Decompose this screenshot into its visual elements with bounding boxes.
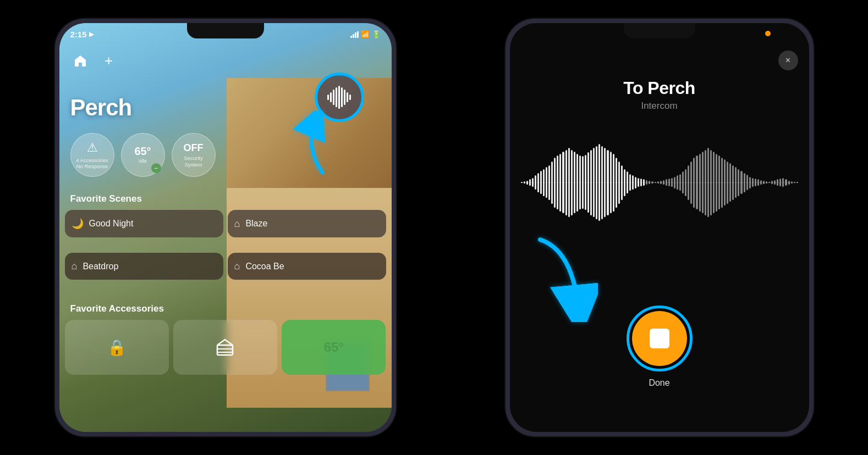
status-icons: 📶 🔋	[350, 30, 381, 38]
status-bar: 2:15 ▶ 📶 🔋	[70, 30, 381, 39]
accessories-no-response-label: 4 AccessoriesNo Response	[76, 157, 108, 170]
left-screen: 2:15 ▶ 📶 🔋 +	[59, 23, 392, 432]
blaze-scene-button[interactable]: ⌂ Blaze	[228, 210, 386, 237]
home-nav-icon[interactable]	[70, 51, 90, 70]
left-phone: 2:15 ▶ 📶 🔋 +	[55, 19, 396, 436]
status-widgets: ⚠ 4 AccessoriesNo Response 65° Idle − OF…	[70, 133, 216, 177]
signal-icon	[350, 31, 359, 38]
home-header: +	[70, 51, 381, 70]
stop-icon	[650, 329, 669, 348]
favorite-accessories-label: Favorite Accessories	[70, 303, 164, 314]
thermostat-temp: 65°	[324, 340, 344, 355]
arrow-indicator-right	[526, 234, 598, 322]
favorite-scenes-label: Favorite Scenes	[70, 193, 142, 204]
location-arrow-icon: ▶	[89, 31, 94, 38]
garage-icon	[215, 337, 235, 357]
waveform-baseline	[521, 182, 798, 183]
wifi-icon: 📶	[361, 30, 370, 38]
to-perch-title: To Perch	[510, 78, 809, 98]
right-phone: × To Perch Intercom	[506, 19, 814, 436]
security-off-label: OFF	[184, 142, 204, 154]
accessories-row: 🔒 65°	[65, 320, 386, 375]
temperature-value: 65°	[134, 146, 151, 157]
idle-label: Idle	[139, 158, 147, 164]
close-icon: ×	[785, 56, 790, 65]
scenes-row-2: ⌂ Beatdrop ⌂ Cocoa Be	[65, 253, 386, 280]
scenes-row-1: 🌙 Good Night ⌂ Blaze	[65, 210, 386, 237]
blaze-label: Blaze	[245, 219, 267, 229]
accessories-alert-widget[interactable]: ⚠ 4 AccessoriesNo Response	[70, 133, 114, 177]
voice-waveform-icon	[327, 86, 351, 109]
close-button[interactable]: ×	[778, 51, 798, 70]
cocoa-scene-button[interactable]: ⌂ Cocoa Be	[228, 253, 386, 280]
time-display: 2:15 ▶	[70, 30, 94, 39]
good-night-label: Good Night	[89, 219, 134, 229]
security-widget[interactable]: OFF SecuritySystem	[172, 133, 216, 177]
moon-icon: 🌙	[72, 218, 84, 230]
done-label: Done	[649, 378, 669, 388]
time-text: 2:15	[70, 30, 87, 39]
intercom-title-area: To Perch Intercom	[510, 78, 809, 112]
home-beatdrop-icon: ⌂	[72, 260, 78, 272]
camera-active-indicator	[765, 31, 771, 36]
svg-rect-1	[217, 345, 233, 355]
cocoa-be-label: Cocoa Be	[245, 262, 284, 271]
beatdrop-scene-button[interactable]: ⌂ Beatdrop	[65, 253, 223, 280]
beatdrop-label: Beatdrop	[83, 262, 118, 271]
home-title: Perch	[70, 95, 132, 121]
thermostat-accessory[interactable]: 65°	[282, 320, 386, 375]
right-screen: × To Perch Intercom	[510, 23, 809, 432]
audio-waveform	[521, 144, 798, 221]
notch-right	[624, 23, 695, 38]
stop-button-ring	[627, 306, 693, 371]
arrow-indicator-left	[287, 111, 331, 177]
waveform-container	[521, 144, 798, 221]
alert-icon: ⚠	[87, 141, 98, 155]
lock-accessory[interactable]: 🔒	[65, 320, 169, 375]
good-night-scene-button[interactable]: 🌙 Good Night	[65, 210, 223, 237]
stop-button[interactable]	[632, 311, 687, 366]
home-scene-icon: ⌂	[234, 218, 240, 230]
home-cocoa-icon: ⌂	[234, 260, 240, 272]
garage-accessory[interactable]	[173, 320, 277, 375]
intercom-subtitle: Intercom	[510, 101, 809, 112]
security-system-label: SecuritySystem	[184, 155, 202, 168]
add-button[interactable]: +	[99, 51, 119, 70]
battery-icon: 🔋	[372, 30, 381, 38]
minus-badge: −	[151, 163, 161, 173]
temperature-widget[interactable]: 65° Idle −	[121, 133, 165, 177]
